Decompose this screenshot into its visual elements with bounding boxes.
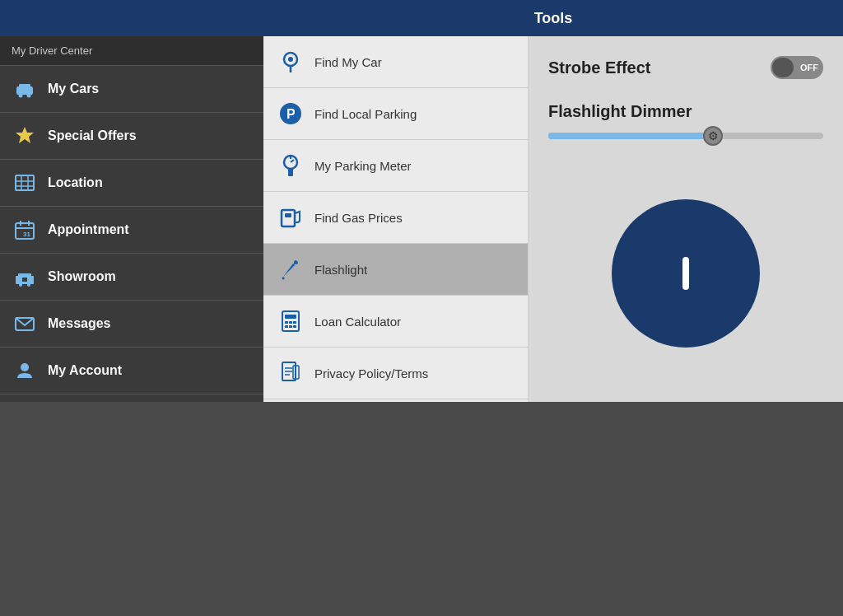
tool-find-local-parking[interactable]: P Find Local Parking <box>263 88 528 140</box>
sidebar-label-my-account: My Account <box>48 363 122 378</box>
svg-rect-5 <box>16 175 34 190</box>
tool-label-find-gas-prices: Find Gas Prices <box>314 211 403 225</box>
svg-point-3 <box>27 94 31 98</box>
svg-point-18 <box>27 283 30 287</box>
svg-rect-49 <box>289 325 292 328</box>
gas-icon <box>277 203 305 231</box>
tool-find-gas-prices[interactable]: Find Gas Prices <box>263 192 528 244</box>
tool-loan-calculator[interactable]: Loan Calculator <box>263 296 528 348</box>
star-icon <box>12 123 38 149</box>
meter-icon <box>277 152 305 180</box>
tool-label-flashlight: Flashlight <box>314 263 367 277</box>
sidebar-item-special-offers[interactable]: Special Offers <box>0 113 263 160</box>
header: Tools <box>0 0 843 36</box>
tool-label-my-parking-meter: My Parking Meter <box>314 159 412 173</box>
svg-text:31: 31 <box>23 231 30 238</box>
slider-fill <box>548 133 713 139</box>
sidebar-label-showroom: Showroom <box>48 269 116 284</box>
svg-point-17 <box>19 283 22 287</box>
flashlight-circle <box>612 199 760 348</box>
svg-rect-40 <box>288 169 293 176</box>
dimmer-label: Flashlight Dimmer <box>548 102 823 121</box>
svg-rect-42 <box>285 213 291 217</box>
svg-rect-48 <box>285 325 288 328</box>
tool-my-parking-meter[interactable]: My Parking Meter <box>263 140 528 192</box>
tool-label-find-my-car: Find My Car <box>314 55 382 69</box>
strobe-label: Strobe Effect <box>548 58 650 77</box>
bottom-area <box>0 402 843 616</box>
sidebar: My Driver Center My Cars Special Offers <box>0 36 263 402</box>
calendar-icon: 31 <box>12 217 38 243</box>
tool-find-my-car[interactable]: Find My Car <box>263 36 528 88</box>
svg-marker-4 <box>16 127 34 143</box>
sidebar-item-appointment[interactable]: 31 Appointment <box>0 207 263 254</box>
toggle-knob <box>772 58 794 77</box>
toggle-state: OFF <box>800 63 818 72</box>
slider-thumb[interactable] <box>703 126 723 146</box>
sidebar-item-showroom[interactable]: Showroom <box>0 254 263 301</box>
flashlight-panel: Strobe Effect OFF Flashlight Dimmer <box>529 36 843 402</box>
document-icon <box>277 359 305 387</box>
tool-label-loan-calculator: Loan Calculator <box>314 315 401 329</box>
svg-rect-46 <box>289 321 292 324</box>
tool-flashlight[interactable]: Flashlight <box>263 244 528 296</box>
sidebar-label-location: Location <box>48 175 103 190</box>
svg-rect-50 <box>293 325 296 328</box>
sidebar-label-appointment: Appointment <box>48 222 129 237</box>
tool-label-privacy-policy: Privacy Policy/Terms <box>314 366 428 380</box>
sidebar-label-special-offers: Special Offers <box>48 128 137 143</box>
svg-point-2 <box>19 94 23 98</box>
tool-privacy-policy[interactable]: Privacy Policy/Terms <box>263 348 528 399</box>
svg-point-33 <box>288 57 293 62</box>
calculator-icon <box>277 307 305 335</box>
dimmer-section: Flashlight Dimmer <box>548 102 823 164</box>
parking-icon: P <box>277 100 305 128</box>
strobe-toggle[interactable]: OFF <box>771 56 823 79</box>
flashlight-display <box>548 164 823 382</box>
wrench-icon <box>277 255 305 283</box>
svg-line-39 <box>291 160 294 162</box>
slider-container <box>548 133 823 139</box>
slider-track[interactable] <box>548 133 823 139</box>
sidebar-header: My Driver Center <box>0 36 263 66</box>
envelope-icon <box>12 310 38 337</box>
car-icon <box>12 76 38 102</box>
map-icon <box>12 170 38 196</box>
header-title: Tools <box>263 10 843 27</box>
sidebar-item-my-account[interactable]: My Account <box>0 348 263 394</box>
svg-point-21 <box>21 363 29 371</box>
svg-rect-19 <box>22 278 27 282</box>
sidebar-item-contact[interactable]: Contact <box>0 394 263 402</box>
strobe-row: Strobe Effect OFF <box>548 56 823 79</box>
power-icon <box>682 257 689 290</box>
svg-rect-41 <box>282 210 295 226</box>
svg-text:P: P <box>286 107 296 121</box>
svg-rect-1 <box>19 84 30 88</box>
svg-rect-45 <box>285 321 288 324</box>
sidebar-item-my-cars[interactable]: My Cars <box>0 66 263 113</box>
sidebar-item-location[interactable]: Location <box>0 160 263 207</box>
svg-rect-44 <box>285 315 296 319</box>
showroom-icon <box>12 264 38 290</box>
tools-menu: Find My Car P Find Local Parking My P <box>263 36 529 402</box>
sidebar-item-messages[interactable]: Messages <box>0 301 263 348</box>
tool-label-find-local-parking: Find Local Parking <box>314 107 417 121</box>
sidebar-label-messages: Messages <box>48 316 111 331</box>
svg-rect-47 <box>293 321 296 324</box>
sidebar-label-my-cars: My Cars <box>48 82 99 96</box>
person-icon <box>12 357 38 384</box>
svg-rect-16 <box>18 273 31 278</box>
find-car-icon <box>277 48 305 76</box>
